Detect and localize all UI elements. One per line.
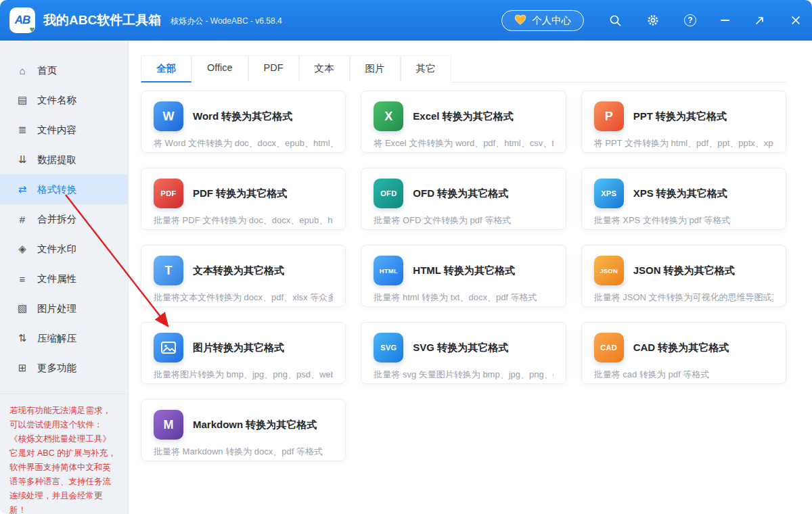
sidebar-item-label: 首页 — [37, 64, 57, 77]
sidebar-item-home[interactable]: ⌂ 首页 — [0, 55, 128, 85]
format-convert-icon: ⇄ — [16, 183, 28, 195]
tab-image[interactable]: 图片 — [350, 55, 401, 83]
card-text-convert[interactable]: T 文本转换为其它格式 批量将文本文件转换为 docx、pdf、xlsx 等众多… — [141, 245, 346, 307]
card-ofd-convert[interactable]: OFD OFD 转换为其它格式 批量将 OFD 文件转换为 pdf 等格式 — [361, 168, 566, 230]
cards-grid: W Word 转换为其它格式 将 Word 文件转换为 doc、docx、epu… — [141, 91, 786, 461]
card-title: 图片转换为其它格式 — [193, 342, 284, 354]
tab-office[interactable]: Office — [191, 55, 248, 83]
sidebar-item-image-process[interactable]: ▧ 图片处理 — [0, 294, 128, 323]
card-desc: 批量将 Markdown 转换为 docx、pdf 等格式 — [154, 446, 333, 458]
card-desc: 批量将 html 转换为 txt、docx、pdf 等格式 — [374, 291, 553, 304]
home-icon: ⌂ — [16, 65, 28, 76]
personal-center-button[interactable]: 个人中心 — [501, 10, 584, 31]
help-icon[interactable]: ? — [684, 14, 696, 26]
sidebar-item-file-name[interactable]: ▤ 文件名称 — [0, 85, 128, 115]
card-desc: 批量将 OFD 文件转换为 pdf 等格式 — [374, 214, 553, 227]
html-icon: HTML — [374, 256, 403, 285]
sidebar-item-label: 合并拆分 — [37, 213, 76, 226]
cad-icon: CAD — [594, 333, 624, 363]
ofd-icon: OFD — [374, 179, 403, 208]
sidebar-item-file-props[interactable]: ≡ 文件属性 — [0, 264, 128, 294]
resize-button[interactable] — [754, 14, 766, 26]
search-icon[interactable] — [608, 14, 622, 27]
heart-icon: ♥ — [29, 25, 34, 33]
card-desc: 将 Excel 文件转换为 word、pdf、html、csv、txt、s — [374, 137, 553, 149]
svg-icon: SVG — [374, 333, 403, 363]
card-desc: 批量将 svg 矢量图片转换为 bmp、jpg、png、docx — [374, 369, 553, 381]
minimize-button[interactable] — [721, 20, 729, 21]
category-tabs: 全部 Office PDF 文本 图片 其它 — [141, 55, 786, 83]
sidebar-item-label: 压缩解压 — [37, 332, 76, 345]
word-icon: W — [154, 101, 183, 131]
title-bar: AB ♥ 我的ABC软件工具箱 核烁办公 - WodeABC - v6.58.4… — [0, 0, 812, 41]
notice-line1: 若现有功能无法满足需求，可以尝试使用这个软件： — [9, 404, 118, 432]
notice-line3: 它是对 ABC 的扩展与补充，软件界面支持简体中文和英语等多种语言、支持任务流连… — [9, 446, 118, 514]
file-content-icon: ≣ — [16, 124, 28, 136]
tab-pdf[interactable]: PDF — [248, 55, 299, 83]
card-excel-convert[interactable]: X Excel 转换为其它格式 将 Excel 文件转换为 word、pdf、h… — [361, 91, 566, 153]
card-title: HTML 转换为其它格式 — [413, 264, 515, 277]
tab-text[interactable]: 文本 — [299, 55, 350, 83]
notice-line2: 《核烁文档批量处理工具》 — [9, 432, 118, 446]
badge-icon — [514, 15, 526, 26]
card-title: CAD 转换为其它格式 — [633, 342, 729, 354]
card-desc: 批量将文本文件转换为 docx、pdf、xlsx 等众多格式 — [154, 291, 333, 304]
image-icon — [154, 333, 183, 363]
card-title: SVG 转换为其它格式 — [413, 342, 508, 354]
image-process-icon: ▧ — [16, 302, 28, 314]
card-xps-convert[interactable]: XPS XPS 转换为其它格式 批量将 XPS 文件转换为 pdf 等格式 — [581, 168, 786, 230]
sidebar-item-merge-split[interactable]: # 合并拆分 — [0, 204, 128, 234]
card-title: Markdown 转换为其它格式 — [193, 419, 317, 431]
app-title: 我的ABC软件工具箱 — [43, 11, 161, 29]
sidebar-item-label: 格式转换 — [37, 183, 76, 196]
tab-all[interactable]: 全部 — [141, 55, 191, 83]
card-desc: 批量将 PDF 文件转换为 doc、docx、epub、html、 — [154, 214, 333, 227]
card-title: XPS 转换为其它格式 — [633, 187, 727, 200]
sidebar-item-watermark[interactable]: ◈ 文件水印 — [0, 234, 128, 264]
app-window: AB ♥ 我的ABC软件工具箱 核烁办公 - WodeABC - v6.58.4… — [0, 0, 812, 514]
card-markdown-convert[interactable]: M Markdown 转换为其它格式 批量将 Markdown 转换为 docx… — [141, 399, 346, 461]
card-title: JSON 转换为其它格式 — [633, 264, 735, 277]
personal-center-label: 个人中心 — [532, 14, 571, 27]
sidebar-item-file-content[interactable]: ≣ 文件内容 — [0, 115, 128, 145]
sidebar-item-data-extract[interactable]: ⇊ 数据提取 — [0, 145, 128, 174]
card-desc: 批量将 XPS 文件转换为 pdf 等格式 — [594, 214, 773, 227]
sidebar-item-label: 更多功能 — [37, 362, 76, 375]
card-title: Word 转换为其它格式 — [193, 110, 292, 123]
card-json-convert[interactable]: JSON JSON 转换为其它格式 批量将 JSON 文件转换为可视化的思维导图… — [581, 245, 786, 307]
data-extract-icon: ⇊ — [16, 154, 28, 166]
card-ppt-convert[interactable]: P PPT 转换为其它格式 将 PPT 文件转换为 html、pdf、ppt、p… — [581, 91, 786, 153]
close-button[interactable] — [790, 15, 801, 26]
card-title: PDF 转换为其它格式 — [193, 187, 287, 200]
file-props-icon: ≡ — [16, 273, 28, 285]
excel-icon: X — [374, 101, 403, 131]
card-svg-convert[interactable]: SVG SVG 转换为其它格式 批量将 svg 矢量图片转换为 bmp、jpg、… — [361, 322, 566, 384]
main-content: 全部 Office PDF 文本 图片 其它 W Word 转换为其它格式 将 … — [129, 41, 812, 514]
app-logo: AB ♥ — [9, 7, 35, 33]
card-title: 文本转换为其它格式 — [193, 264, 284, 277]
compress-icon: ⇅ — [16, 332, 28, 344]
sidebar-item-label: 数据提取 — [37, 154, 76, 166]
card-word-convert[interactable]: W Word 转换为其它格式 将 Word 文件转换为 doc、docx、epu… — [141, 91, 346, 153]
logo-text: AB — [15, 14, 30, 27]
sidebar-item-format-convert[interactable]: ⇄ 格式转换 — [0, 174, 128, 204]
card-title: PPT 转换为其它格式 — [633, 110, 727, 123]
tab-other[interactable]: 其它 — [401, 55, 451, 83]
card-desc: 将 PPT 文件转换为 html、pdf、ppt、pptx、xps 等格 — [594, 137, 773, 149]
card-image-convert[interactable]: 图片转换为其它格式 批量将图片转换为 bmp、jpg、png、psd、webp、 — [141, 322, 346, 384]
sidebar-notice: 若现有功能无法满足需求，可以尝试使用这个软件： 《核烁文档批量处理工具》 它是对… — [0, 394, 128, 514]
card-html-convert[interactable]: HTML HTML 转换为其它格式 批量将 html 转换为 txt、docx、… — [361, 245, 566, 307]
pdf-icon: PDF — [154, 179, 183, 208]
card-desc: 将 Word 文件转换为 doc、docx、epub、html、pd — [154, 137, 333, 149]
watermark-icon: ◈ — [16, 243, 28, 255]
sidebar-item-label: 文件属性 — [37, 273, 76, 285]
card-cad-convert[interactable]: CAD CAD 转换为其它格式 批量将 cad 转换为 pdf 等格式 — [581, 322, 786, 384]
sidebar-item-compress[interactable]: ⇅ 压缩解压 — [0, 323, 128, 353]
settings-gear-icon[interactable] — [646, 14, 660, 27]
sidebar-item-label: 图片处理 — [37, 302, 76, 315]
card-title: OFD 转换为其它格式 — [413, 187, 508, 200]
card-desc: 批量将 JSON 文件转换为可视化的思维导图或其它格 — [594, 291, 773, 304]
sidebar-item-label: 文件名称 — [37, 94, 76, 107]
card-pdf-convert[interactable]: PDF PDF 转换为其它格式 批量将 PDF 文件转换为 doc、docx、e… — [141, 168, 346, 230]
sidebar-item-more[interactable]: ⊞ 更多功能 — [0, 353, 128, 383]
